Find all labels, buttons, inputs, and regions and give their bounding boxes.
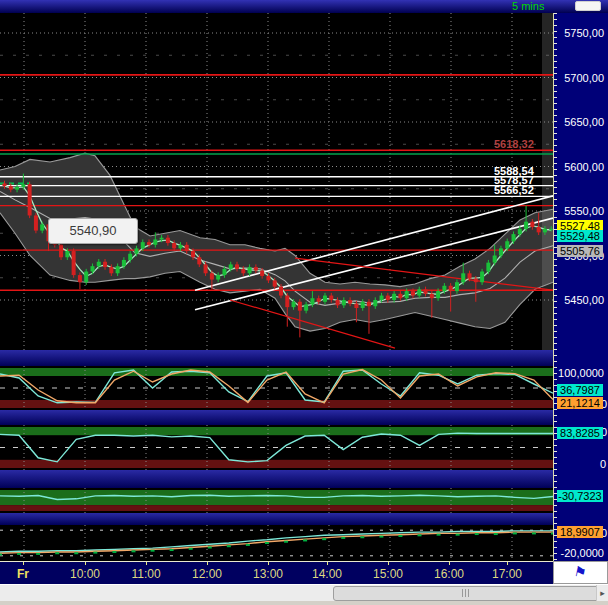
time-axis-tick xyxy=(327,562,328,565)
time-axis-label: 11:00 xyxy=(131,567,160,581)
price-badge: 5529,48 xyxy=(557,230,603,242)
time-axis-tick xyxy=(85,562,86,565)
indicator-panel-rsi[interactable] xyxy=(0,425,553,470)
corner-tool-box[interactable]: ⚑ xyxy=(553,561,608,584)
indicator-axis-label: -20,0000 xyxy=(561,547,604,559)
time-axis-label: 13:00 xyxy=(253,567,283,581)
trading-chart-window: 5 mins 5750,005700,005650,005600,005550,… xyxy=(0,0,608,605)
price-axis-label: 5650,00 xyxy=(564,116,604,128)
chart-titlebar: 5 mins xyxy=(0,0,608,13)
price-axis[interactable]: 5750,005700,005650,005600,005550,005500,… xyxy=(553,13,608,561)
time-axis-tick xyxy=(449,562,450,565)
indicator-badge: 83,8285 xyxy=(557,427,603,439)
price-axis-label: 5750,00 xyxy=(564,27,604,39)
indicator-badge: 36,7987 xyxy=(557,384,603,396)
panel-separator xyxy=(0,350,553,366)
panel-separator xyxy=(0,470,553,488)
indicator-panel-momentum[interactable] xyxy=(0,525,553,561)
time-axis-tick xyxy=(268,562,269,565)
flag-icon: ⚑ xyxy=(572,563,588,581)
titlebar-button[interactable] xyxy=(575,1,601,11)
main-price-chart[interactable] xyxy=(0,13,553,350)
indicator-axis-label: 100,0000 xyxy=(558,367,604,379)
time-axis-label: 10:00 xyxy=(70,567,100,581)
time-axis-label: 14:00 xyxy=(312,567,342,581)
indicator-panel-williams[interactable] xyxy=(0,488,553,513)
time-axis-label: 15:00 xyxy=(373,567,403,581)
window-bottom-edge xyxy=(0,601,608,605)
price-axis-label: 5700,00 xyxy=(564,72,604,84)
time-axis-tick xyxy=(23,562,24,565)
time-axis-tick xyxy=(207,562,208,565)
price-badge: 5505,76 xyxy=(557,245,603,257)
price-axis-label: 5450,00 xyxy=(564,294,604,306)
price-tooltip: 5540,90 xyxy=(48,218,138,244)
time-axis-label: Fr xyxy=(17,567,29,581)
indicator-panel-stochastic[interactable] xyxy=(0,366,553,410)
price-axis-label: 5600,00 xyxy=(564,161,604,173)
scrollbar-grip-icon xyxy=(462,589,471,597)
last-bar-highlight xyxy=(542,13,553,350)
indicator-zone xyxy=(0,400,553,408)
panel-separator xyxy=(0,410,553,425)
indicator-axis-label: 0 xyxy=(600,458,606,470)
time-axis-label: 17:00 xyxy=(492,567,522,581)
indicator-zone xyxy=(0,505,553,511)
time-axis-tick xyxy=(388,562,389,565)
indicator-badge: -30,7323 xyxy=(557,490,603,502)
timeframe-label: 5 mins xyxy=(512,0,544,13)
panel-separator xyxy=(0,513,553,525)
indicator-badge: 21,1214 xyxy=(557,397,603,409)
time-axis-tick xyxy=(507,562,508,565)
indicator-badge: 18,9907 xyxy=(557,526,603,538)
time-axis-tick xyxy=(146,562,147,565)
axis-tick-strip xyxy=(554,13,557,561)
time-axis-label: 16:00 xyxy=(434,567,464,581)
scrollbar-thumb[interactable] xyxy=(333,586,599,601)
horizontal-scrollbar[interactable]: ▸ xyxy=(0,584,608,601)
time-axis-label: 12:00 xyxy=(192,567,222,581)
price-axis-label: 5550,00 xyxy=(564,205,604,217)
time-axis[interactable]: Fr10:0011:0012:0013:0014:0015:0016:0017:… xyxy=(0,561,553,584)
indicator-zone xyxy=(0,460,553,468)
tooltip-value: 5540,90 xyxy=(70,223,117,238)
scroll-right-arrow-icon[interactable]: ▸ xyxy=(596,585,608,601)
